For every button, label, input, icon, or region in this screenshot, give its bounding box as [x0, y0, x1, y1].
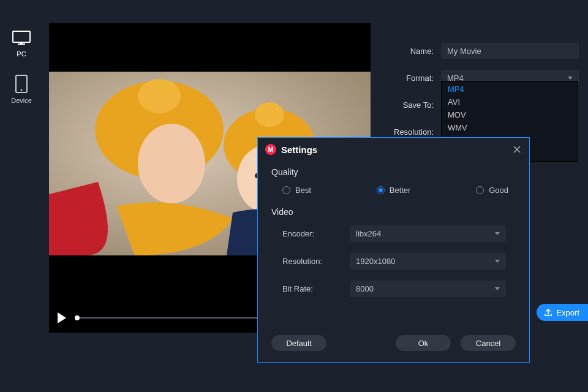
bitrate-select[interactable]: 8000 [350, 281, 506, 297]
radio-icon [476, 186, 484, 194]
svg-point-4 [21, 89, 23, 91]
nav-item-pc-label: PC [17, 50, 26, 58]
nav-item-device-label: Device [11, 97, 32, 104]
app-logo-icon: M [265, 144, 276, 155]
bitrate-label: Bit Rate: [282, 284, 350, 293]
name-label: Name: [383, 47, 441, 56]
export-icon [544, 308, 552, 317]
ok-button[interactable]: Ok [396, 335, 451, 351]
export-button[interactable]: Export [537, 304, 588, 321]
play-button[interactable] [58, 312, 66, 323]
chevron-down-icon [495, 232, 500, 235]
svg-rect-0 [13, 31, 30, 42]
svg-rect-2 [20, 42, 23, 44]
quality-option-better[interactable]: Better [377, 186, 411, 195]
format-option-mp4[interactable]: MP4 [442, 83, 578, 96]
settings-header: M Settings [258, 138, 529, 160]
settings-footer: Default Ok Cancel [258, 335, 529, 362]
timeline-knob[interactable] [75, 315, 80, 320]
name-input[interactable]: My Movie [441, 43, 579, 59]
nav-item-device[interactable]: Device [11, 75, 32, 104]
cancel-button[interactable]: Cancel [461, 335, 516, 351]
chevron-down-icon [568, 77, 573, 80]
svg-point-8 [138, 124, 205, 203]
format-option-wmv[interactable]: WMV [442, 121, 578, 134]
phone-icon [15, 75, 28, 93]
monitor-icon [12, 31, 31, 47]
close-button[interactable] [513, 146, 521, 153]
nav-item-pc[interactable]: PC [12, 31, 31, 58]
video-section-label: Video [271, 207, 516, 217]
settings-modal: M Settings Quality Best Better Good Vide… [257, 137, 530, 363]
quality-option-good[interactable]: Good [476, 186, 508, 195]
format-option-mov[interactable]: MOV [442, 108, 578, 121]
chevron-down-icon [495, 287, 500, 290]
settings-title: Settings [281, 145, 317, 155]
save-to-label: Save To: [383, 100, 441, 110]
format-option-avi[interactable]: AVI [442, 96, 578, 108]
encoder-label: Encoder: [282, 229, 350, 238]
left-nav: PC Device [0, 31, 43, 104]
video-resolution-label: Resolution: [282, 257, 350, 266]
export-button-label: Export [556, 308, 579, 317]
svg-point-7 [138, 79, 181, 113]
format-label: Format: [383, 74, 441, 83]
resolution-label: Resolution: [383, 127, 441, 137]
default-button[interactable]: Default [271, 335, 326, 351]
quality-radio-group: Best Better Good [271, 186, 516, 195]
svg-point-10 [255, 102, 284, 127]
chevron-down-icon [495, 260, 500, 263]
radio-icon [282, 186, 290, 194]
video-resolution-select[interactable]: 1920x1080 [350, 253, 506, 270]
radio-icon [377, 186, 385, 194]
close-icon [513, 146, 521, 153]
encoder-select[interactable]: libx264 [350, 225, 506, 242]
quality-section-label: Quality [271, 167, 516, 177]
quality-option-best[interactable]: Best [282, 186, 311, 195]
